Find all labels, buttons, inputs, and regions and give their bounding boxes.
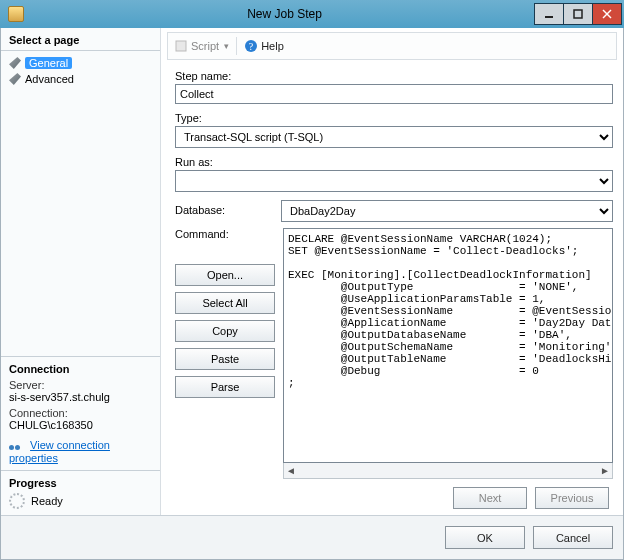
app-icon	[8, 6, 24, 22]
toolbar-separator	[236, 37, 237, 55]
server-label: Server:	[9, 379, 152, 391]
runas-select[interactable]	[175, 170, 613, 192]
dialog-button-bar: OK Cancel	[1, 515, 623, 559]
wrench-icon	[9, 73, 21, 85]
script-icon	[174, 39, 188, 53]
step-name-input[interactable]	[175, 84, 613, 104]
close-button[interactable]	[592, 3, 622, 25]
type-select[interactable]: Transact-SQL script (T-SQL)	[175, 126, 613, 148]
select-all-button[interactable]: Select All	[175, 292, 275, 314]
progress-spinner-icon	[9, 493, 25, 509]
parse-button[interactable]: Parse	[175, 376, 275, 398]
svg-rect-4	[176, 41, 186, 51]
wrench-icon	[9, 57, 21, 69]
database-select[interactable]: DbaDay2Day	[281, 200, 613, 222]
connection-header: Connection	[9, 363, 152, 375]
chevron-down-icon: ▾	[224, 41, 229, 51]
connection-label: Connection:	[9, 407, 152, 419]
next-button[interactable]: Next	[453, 487, 527, 509]
step-name-label: Step name:	[175, 70, 613, 82]
database-label: Database:	[175, 204, 275, 216]
open-button[interactable]: Open...	[175, 264, 275, 286]
progress-section: Progress Ready	[1, 470, 160, 515]
minimize-button[interactable]	[534, 3, 564, 25]
left-panel: Select a page General Advanced Connectio…	[1, 28, 161, 515]
type-label: Type:	[175, 112, 613, 124]
help-button[interactable]: ? Help	[244, 39, 284, 53]
connection-value: CHULG\c168350	[9, 419, 152, 431]
page-item-label: Advanced	[25, 73, 74, 85]
previous-button[interactable]: Previous	[535, 487, 609, 509]
help-icon: ?	[244, 39, 258, 53]
page-item-general[interactable]: General	[5, 55, 156, 71]
script-label: Script	[191, 40, 219, 52]
script-button[interactable]: Script ▾	[174, 39, 229, 53]
select-page-header: Select a page	[1, 28, 160, 51]
progress-header: Progress	[9, 477, 152, 489]
toolbar: Script ▾ ? Help	[167, 32, 617, 60]
title-bar: New Job Step	[0, 0, 624, 28]
right-panel: Script ▾ ? Help Step name: Type: Trans	[161, 28, 623, 515]
people-icon	[9, 440, 23, 452]
svg-text:?: ?	[249, 41, 254, 52]
progress-status: Ready	[31, 495, 63, 507]
page-item-advanced[interactable]: Advanced	[5, 71, 156, 87]
page-list: General Advanced	[1, 51, 160, 91]
scroll-left-arrow-icon: ◄	[284, 465, 298, 476]
svg-rect-1	[574, 10, 582, 18]
cancel-button[interactable]: Cancel	[533, 526, 613, 549]
ok-button[interactable]: OK	[445, 526, 525, 549]
server-value: si-s-serv357.st.chulg	[9, 391, 152, 403]
svg-line-2	[603, 10, 611, 18]
scroll-right-arrow-icon: ►	[598, 465, 612, 476]
maximize-button[interactable]	[563, 3, 593, 25]
page-item-label: General	[25, 57, 72, 69]
view-connection-properties-link[interactable]: View connection properties	[9, 439, 110, 464]
connection-section: Connection Server: si-s-serv357.st.chulg…	[1, 356, 160, 470]
paste-button[interactable]: Paste	[175, 348, 275, 370]
command-textarea[interactable]	[283, 228, 613, 463]
command-label: Command:	[175, 228, 275, 240]
window-title: New Job Step	[34, 7, 535, 21]
command-h-scrollbar[interactable]: ◄ ►	[283, 463, 613, 479]
copy-button[interactable]: Copy	[175, 320, 275, 342]
help-label: Help	[261, 40, 284, 52]
svg-line-3	[603, 10, 611, 18]
runas-label: Run as:	[175, 156, 613, 168]
